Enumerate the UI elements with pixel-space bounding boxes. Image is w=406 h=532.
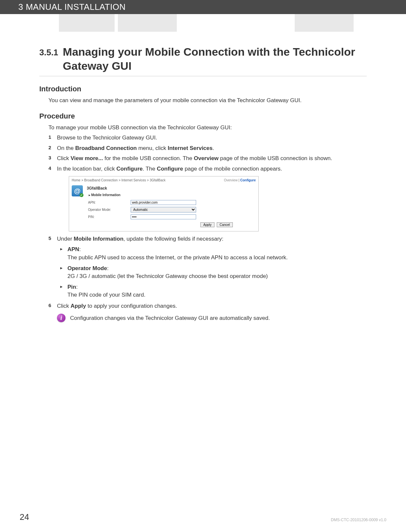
intro-heading: Introduction xyxy=(39,85,367,93)
intro-text: You can view and manage the parameters o… xyxy=(48,97,367,105)
decor-tab xyxy=(118,14,177,32)
gui-section-label: Mobile Information xyxy=(89,193,256,198)
page-content: 3.5.1 Managing your Mobile Connection wi… xyxy=(0,32,406,323)
field-pin: Pin: The PIN code of your SIM card. xyxy=(60,283,367,299)
doc-id: DMS-CTC-20101206-0009 v1.0 xyxy=(331,518,386,522)
gui-tab-overview[interactable]: Overview xyxy=(224,178,238,182)
step-5: Under Mobile Information, update the fol… xyxy=(48,235,367,299)
decor-tab xyxy=(59,14,115,32)
gui-tabs: Overview | Configure xyxy=(224,178,256,183)
tab-strip-decor xyxy=(0,14,406,32)
gui-title: 3GfallBack xyxy=(87,185,256,191)
gui-screenshot: Home > Broadband Connection > Internet S… xyxy=(69,176,259,231)
step-4: In the location bar, click Configure. Th… xyxy=(48,165,367,231)
field-operator-mode: Operator Mode: 2G / 3G / automatic (let … xyxy=(60,265,367,281)
input-apn[interactable] xyxy=(131,200,196,205)
page-number: 24 xyxy=(20,512,29,522)
step-6: Click Apply to apply your configuration … xyxy=(48,302,367,310)
procedure-steps: Browse to the Technicolor Gateway GUI. O… xyxy=(48,134,367,310)
chapter-header: 3 MANUAL INSTALLATION xyxy=(0,0,406,14)
section-number: 3.5.1 xyxy=(39,45,63,73)
info-note: i Configuration changes via the Technico… xyxy=(57,314,367,323)
section-title: Managing your Mobile Connection with the… xyxy=(63,45,367,73)
at-sign-icon: @ xyxy=(72,185,83,196)
procedure-heading: Procedure xyxy=(39,112,367,120)
apply-button[interactable]: Apply xyxy=(200,222,214,227)
info-note-text: Configuration changes via the Technicolo… xyxy=(70,314,270,322)
cancel-button[interactable]: Cancel xyxy=(217,222,233,227)
step-2: On the Broadband Connection menu, click … xyxy=(48,144,367,153)
step-3: Click View more... for the mobile USB co… xyxy=(48,154,367,163)
procedure-lead: To manage your mobile USB connection via… xyxy=(48,124,367,132)
section-heading: 3.5.1 Managing your Mobile Connection wi… xyxy=(39,45,367,73)
heading-rule xyxy=(39,76,367,76)
input-pin[interactable] xyxy=(131,214,196,219)
label-apn: APN: xyxy=(87,199,129,206)
decor-tab xyxy=(295,14,354,32)
page-footer: 24 DMS-CTC-20101206-0009 v1.0 xyxy=(0,512,406,522)
select-operator-mode[interactable]: Automatic xyxy=(131,207,196,212)
chapter-title: 3 MANUAL INSTALLATION xyxy=(18,2,126,12)
gui-tab-configure[interactable]: Configure xyxy=(240,178,256,182)
gui-breadcrumb-bar: Home > Broadband Connection > Internet S… xyxy=(69,176,258,184)
gui-breadcrumb: Home > Broadband Connection > Internet S… xyxy=(72,178,166,183)
field-list: APN: The public APN used to access the I… xyxy=(60,246,367,299)
info-icon: i xyxy=(57,314,65,322)
label-operator-mode: Operator Mode: xyxy=(87,206,129,213)
label-pin: PIN: xyxy=(87,213,129,220)
field-apn: APN: The public APN used to access the I… xyxy=(60,246,367,262)
gui-form: 3GfallBack Mobile Information APN: Opera… xyxy=(87,185,256,227)
step-1: Browse to the Technicolor Gateway GUI. xyxy=(48,134,367,142)
